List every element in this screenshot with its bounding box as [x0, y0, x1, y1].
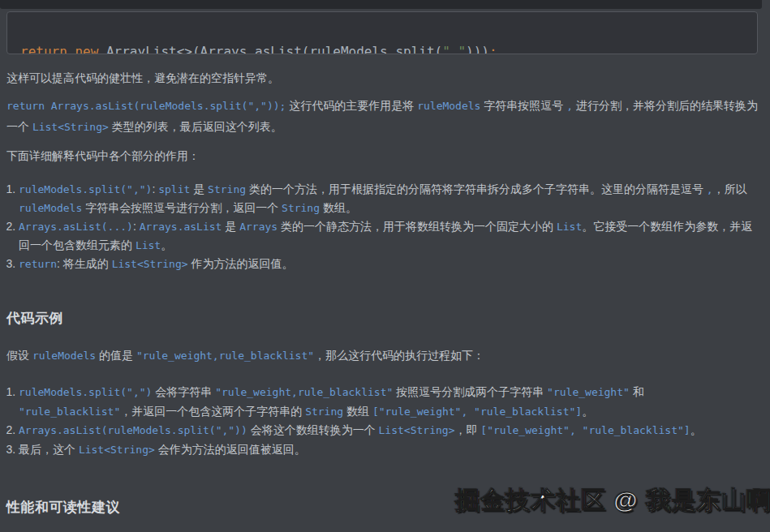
- code-segment: List<String>: [32, 121, 109, 133]
- text-segment: 作为方法的返回值。: [188, 257, 294, 270]
- text-segment: 类的一个方法，用于根据指定的分隔符将字符串拆分成多个子字符串。这里的分隔符是逗号: [246, 182, 707, 195]
- code-segment: ["rule_weight", "rule_blacklist"]: [372, 405, 582, 418]
- code-segment: List<String>: [79, 444, 155, 456]
- article-body: 这样可以提高代码的健壮性，避免潜在的空指针异常。 return Arrays.a…: [6, 70, 758, 532]
- code-segment: List: [557, 221, 582, 233]
- code-line: return new ArrayList<>(Arrays.asList(rul…: [20, 44, 744, 54]
- code-segment: return new: [20, 44, 106, 54]
- text-segment: 是: [222, 220, 239, 233]
- code-segment: "rule_blacklist": [19, 405, 120, 418]
- list-item: 最后，这个 List<String> 会作为方法的返回值被返回。: [19, 440, 758, 460]
- text-segment: 字符串会按照逗号进行分割，返回一个: [82, 201, 282, 214]
- previous-code-block-edge: [0, 0, 762, 9]
- text-segment: 的值是: [96, 349, 136, 362]
- text-segment: 下面详细解释代码中各个部分的作用：: [6, 149, 200, 162]
- code-segment: ruleModels: [19, 202, 82, 214]
- text-segment: 数组: [343, 405, 372, 418]
- list-item: ruleModels.split(",") 会将字符串 "rule_weight…: [19, 383, 758, 421]
- text-segment: 。: [582, 405, 593, 418]
- code-segment: return Arrays.asList(ruleModels.split(",…: [6, 100, 286, 112]
- heading-code-example: 代码示例: [6, 309, 758, 328]
- text-segment: 会将字符串: [152, 385, 215, 398]
- code-segment: List<String>: [379, 424, 455, 436]
- code-segment: Arrays.asList(...): [19, 221, 133, 233]
- code-segment: ",": [442, 44, 466, 54]
- code-segment: String: [305, 405, 343, 418]
- code-segment: String: [208, 183, 246, 195]
- paragraph-lead-in: 下面详细解释代码中各个部分的作用：: [6, 148, 758, 165]
- paragraph-robustness: 这样可以提高代码的健壮性，避免潜在的空指针异常。: [6, 70, 758, 87]
- code-segment: return: [19, 258, 57, 270]
- text-segment: 会将这个数组转换为一个: [247, 423, 379, 436]
- text-segment: 数组。: [320, 201, 357, 214]
- watermark: 掘金技术社区 @ 我是东山啊668: [455, 484, 770, 517]
- text-segment: ，即: [454, 423, 480, 436]
- text-segment: 字符串按照逗号: [480, 99, 566, 112]
- paragraph-code-explanation: return Arrays.asList(ruleModels.split(",…: [6, 96, 758, 137]
- code-segment: ;: [489, 44, 497, 54]
- text-segment: ，并返回一个包含这两个子字符串的: [120, 405, 305, 418]
- text-segment: ，那么这行代码的执行过程如下：: [314, 349, 484, 362]
- text-segment: 最后，这个: [19, 443, 79, 456]
- code-segment: split: [158, 183, 190, 195]
- text-segment: 是: [190, 182, 208, 195]
- text-segment: 这行代码的主要作用是将: [286, 99, 417, 112]
- text-segment: 类型的列表，最后返回这个列表。: [109, 120, 282, 133]
- text-segment: 。: [161, 238, 172, 251]
- code-segment: "rule_weight,rule_blacklist": [215, 386, 393, 398]
- text-segment: : 将生成的: [57, 257, 112, 270]
- list-item: Arrays.asList(...): Arrays.asList 是 Arra…: [19, 217, 758, 255]
- list-item: return: 将生成的 List<String> 作为方法的返回值。: [19, 255, 758, 273]
- code-segment: List<String>: [112, 258, 188, 270]
- code-segment: ,: [707, 183, 713, 195]
- text-segment: 。: [690, 423, 702, 436]
- code-segment: ruleModels.split(","): [19, 183, 152, 195]
- text-segment: 这样可以提高代码的健壮性，避免潜在的空指针异常。: [6, 71, 279, 84]
- code-segment: ruleModels: [417, 100, 480, 112]
- code-segment: ["rule_weight", "rule_blacklist"]: [480, 424, 690, 436]
- example-steps-list: ruleModels.split(",") 会将字符串 "rule_weight…: [6, 383, 758, 459]
- code-segment: ,: [566, 100, 573, 112]
- text-segment: ，所以: [713, 182, 747, 195]
- code-segment: List: [136, 239, 161, 251]
- text-segment: 和: [630, 385, 644, 398]
- code-segment: ))): [466, 44, 489, 54]
- text-segment: 按照逗号分割成两个子字符串: [393, 385, 547, 398]
- code-segment: ruleModels.split(","): [19, 386, 152, 398]
- text-segment: :: [133, 220, 140, 233]
- code-segment: String: [282, 202, 320, 214]
- code-segment: ArrayList<>(Arrays.asList(ruleModels.spl…: [106, 44, 442, 54]
- code-segment: Arrays.asList(ruleModels.split(",")): [19, 424, 247, 436]
- code-segment: Arrays.asList: [140, 221, 222, 233]
- text-segment: :: [152, 182, 158, 195]
- text-segment: 类的一个静态方法，用于将数组转换为一个固定大小的: [277, 220, 557, 233]
- text-segment: 会作为方法的返回值被返回。: [155, 443, 306, 456]
- code-segment: "rule_weight": [547, 386, 630, 398]
- explanation-list: ruleModels.split(","): split 是 String 类的…: [6, 180, 758, 273]
- list-item: Arrays.asList(ruleModels.split(",")) 会将这…: [19, 421, 758, 440]
- text-segment: 假设: [6, 349, 32, 362]
- code-segment: "rule_weight,rule_blacklist": [136, 350, 314, 362]
- paragraph-assumption: 假设 ruleModels 的值是 "rule_weight,rule_blac…: [6, 347, 758, 364]
- code-block: return new ArrayList<>(Arrays.asList(rul…: [6, 11, 758, 54]
- code-segment: ruleModels: [32, 350, 96, 362]
- list-item: ruleModels.split(","): split 是 String 类的…: [19, 180, 758, 217]
- code-segment: Arrays: [239, 221, 277, 233]
